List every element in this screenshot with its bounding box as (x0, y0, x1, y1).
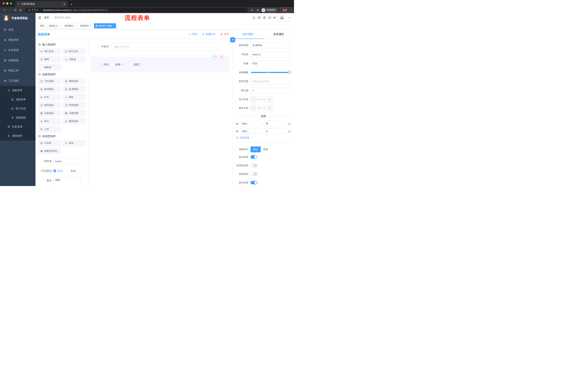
component-chip-计数器[interactable]: 123计数器 (63, 56, 86, 63)
sidebar-item-用户分组[interactable]: 用户分组 (0, 104, 35, 113)
slider-handle[interactable] (288, 71, 291, 74)
window-zoom-button[interactable] (10, 2, 12, 5)
sidebar-item-流程管理[interactable]: 流程管理 (0, 86, 35, 95)
toggle-switch[interactable] (251, 181, 257, 184)
component-chip-编辑器[interactable]: 编辑器 (38, 64, 61, 71)
add-option-button[interactable]: 添加选项 (236, 136, 291, 139)
avatar[interactable] (278, 14, 286, 21)
tag-流程表单[interactable]: 流程表单 (78, 23, 93, 28)
form-remark-textarea[interactable]: 嘿嘿 (53, 177, 81, 186)
tag-流程表单-编辑[interactable]: 流程表单-编辑 (94, 23, 116, 28)
status-radio-on[interactable]: 开启 (53, 168, 63, 174)
toggle-switch[interactable] (251, 155, 257, 159)
remove-option-icon[interactable] (288, 122, 291, 125)
field-name-input[interactable] (251, 51, 291, 57)
back-button[interactable] (2, 8, 7, 12)
option-label-input[interactable] (240, 121, 262, 127)
stepper-minus-button[interactable]: − (251, 105, 256, 111)
copy-component-button[interactable] (212, 54, 217, 60)
option-label-input[interactable] (240, 128, 262, 134)
window-close-button[interactable] (2, 2, 5, 5)
help-icon[interactable] (263, 16, 266, 19)
sidebar-fold-icon[interactable] (38, 16, 42, 20)
component-chip-滑块[interactable]: 滑块 (63, 94, 86, 100)
forward-button[interactable] (7, 8, 12, 12)
sidebar-item-请假查询[interactable]: 请假查询 (0, 131, 35, 140)
tab-form-props[interactable]: 表单属性 (263, 30, 294, 39)
remove-option-icon[interactable] (288, 130, 291, 133)
component-chip-单选框组[interactable]: 单选框组 (38, 86, 61, 93)
new-tab-button[interactable] (70, 3, 73, 6)
sidebar-item-支付管理[interactable]: 支付管理 (0, 45, 35, 55)
browser-tab[interactable]: 芋道管理系统 (15, 1, 68, 7)
component-chip-表格[开发中][interactable]: 表格[开发中] (38, 148, 61, 154)
password-key-icon[interactable] (251, 9, 254, 12)
label-width-input[interactable] (251, 78, 291, 85)
grid-slider[interactable] (251, 72, 290, 73)
component-chip-下拉选择[interactable]: 下拉选择 (38, 78, 61, 85)
drag-handle-icon[interactable] (236, 122, 239, 125)
stepper-plus-button[interactable]: + (267, 105, 272, 111)
tag-close-icon[interactable] (58, 25, 60, 27)
tag-close-icon[interactable] (74, 25, 76, 27)
default-value-input[interactable] (251, 87, 291, 94)
avatar-caret-icon[interactable] (288, 16, 291, 19)
tag-close-icon[interactable] (90, 25, 91, 27)
component-chip-时间范围[interactable]: 时间范围 (63, 102, 86, 108)
component-chip-时间选择[interactable]: 时间选择 (38, 102, 61, 108)
fullscreen-icon[interactable] (268, 16, 271, 19)
browser-menu-icon[interactable] (288, 9, 291, 11)
tag-首页[interactable]: 首页 (38, 23, 46, 28)
component-chip-日期范围[interactable]: 日期范围 (63, 110, 86, 117)
tag-流程定义[interactable]: 流程定义 (47, 23, 62, 28)
delete-component-button[interactable] (219, 54, 224, 60)
gender-checkbox-选项一[interactable]: 选项一 (111, 63, 123, 66)
status-radio-off[interactable]: 关闭 (66, 168, 75, 174)
update-button[interactable]: 更新 (280, 8, 292, 12)
save-button[interactable]: 保存 (189, 32, 197, 36)
sidebar-item-基础设施[interactable]: 基础设施 (0, 55, 35, 65)
component-chip-颜色选择[interactable]: 颜色选择 (63, 118, 86, 125)
style-default-button[interactable]: 默认 (251, 147, 261, 152)
sidebar-item-研发工具[interactable]: 研发工具 (0, 65, 35, 76)
url-bar[interactable]: 不安全 dashboard.yudao.iocoder.cn/bpm/manag… (25, 8, 248, 12)
component-chip-行容器[interactable]: 行容器 (38, 140, 61, 146)
tab-close-icon[interactable] (63, 3, 66, 5)
reload-button[interactable] (13, 8, 18, 12)
component-chip-上传[interactable]: 上传 (38, 126, 61, 132)
stepper-minus-button[interactable]: − (251, 97, 256, 102)
breadcrumb-home[interactable]: 首页 (44, 16, 49, 19)
tag-流程模型[interactable]: 流程模型 (63, 23, 77, 28)
sidebar-item-流程表单[interactable]: 流程表单 (0, 95, 35, 104)
sidebar-item-流程模型[interactable]: 流程模型 (0, 113, 35, 122)
option-value-input[interactable] (264, 128, 286, 134)
sidebar-item-任务管理[interactable]: 任务管理 (0, 122, 35, 131)
window-minimize-button[interactable] (6, 2, 8, 5)
tag-close-icon[interactable] (113, 25, 115, 27)
tab-component-props[interactable]: 组件属性 (233, 30, 263, 39)
component-chip-评分[interactable]: 评分 (38, 118, 61, 125)
option-value-input[interactable] (264, 121, 286, 127)
style-button-button[interactable]: 按钮 (261, 147, 271, 152)
gender-checkbox-选项二[interactable]: 选项二 (129, 63, 141, 66)
sidebar-item-首页[interactable]: 首页 (0, 25, 35, 35)
component-chip-级联选择[interactable]: 级联选择 (63, 78, 86, 85)
drag-handle-icon[interactable] (236, 130, 239, 133)
component-chip-多行文本[interactable]: 多行文本 (63, 48, 86, 55)
component-type-select[interactable]: 多选框组 (251, 42, 291, 48)
clear-button[interactable]: 清空 (220, 32, 229, 36)
component-chip-按钮[interactable]: 按钮 (63, 140, 86, 146)
link-button[interactable] (230, 37, 235, 42)
toggle-switch[interactable] (251, 172, 257, 176)
stepper-plus-button[interactable]: + (267, 97, 272, 102)
max-select-input[interactable] (256, 105, 267, 111)
home-button[interactable] (18, 8, 23, 12)
view-json-button[interactable]: 查看json (202, 32, 215, 36)
component-chip-日期选择[interactable]: 日期选择 (38, 110, 61, 117)
github-icon[interactable] (258, 16, 261, 19)
title-input[interactable] (251, 60, 291, 67)
selected-component[interactable]: *性别 选项一选项二 (91, 57, 229, 73)
component-chip-开关[interactable]: 开关 (38, 94, 61, 100)
phone-input[interactable] (111, 43, 218, 51)
component-chip-密码[interactable]: 密码 (38, 56, 61, 63)
